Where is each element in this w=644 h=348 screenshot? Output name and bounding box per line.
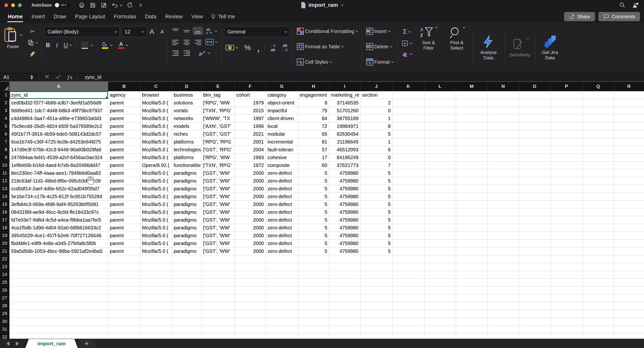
cell-G13[interactable]: zero-defect <box>266 185 298 193</box>
formula-content[interactable]: zync_id <box>85 74 102 80</box>
cell-H6[interactable]: 65 <box>298 130 329 138</box>
cell-styles-button[interactable]: Cell Styles <box>295 57 333 67</box>
cell-A6[interactable]: 45f1b77f-3816-4b59-bde0-508143d2dc57 <box>9 130 108 138</box>
cell-Q23[interactable] <box>582 263 614 271</box>
cell-B31[interactable] <box>108 325 140 333</box>
cell-F10[interactable]: 1972 <box>234 161 266 169</box>
cell-F28[interactable] <box>234 302 266 310</box>
cell-J22[interactable] <box>360 255 392 263</box>
cell-B29[interactable] <box>108 310 140 317</box>
text-orientation-button[interactable]: ab <box>197 48 211 58</box>
cell-B12[interactable]: parent <box>108 177 140 185</box>
cell-K25[interactable] <box>392 278 424 286</box>
cell-N14[interactable] <box>488 193 519 200</box>
row-header-21[interactable]: 21 <box>0 247 9 255</box>
cell-D21[interactable]: paradigms <box>172 247 201 255</box>
cell-R22[interactable] <box>614 255 644 263</box>
cell-E9[interactable]: ['RPG', 'WW <box>201 153 234 161</box>
cell-B22[interactable] <box>108 255 140 263</box>
cell-C28[interactable] <box>140 302 172 310</box>
cell-C20[interactable]: Mozilla/5.0 ( <box>140 239 172 247</box>
cell-H28[interactable] <box>298 302 329 310</box>
cell-G3[interactable]: impactful <box>266 107 298 114</box>
cell-H20[interactable]: 5 <box>298 239 329 247</box>
cell-N12[interactable] <box>488 177 519 185</box>
cell-F24[interactable] <box>234 271 266 278</box>
paste-button[interactable]: Paste <box>2 26 24 50</box>
row-header-10[interactable]: 10 <box>0 161 9 169</box>
cell-N2[interactable] <box>488 99 519 107</box>
cell-C6[interactable]: Mozilla/5.0 ( <box>140 130 172 138</box>
cell-M3[interactable] <box>456 107 488 114</box>
cell-I14[interactable]: 4759980 <box>329 193 360 200</box>
cell-K12[interactable] <box>392 177 424 185</box>
column-header-A[interactable]: A <box>9 82 108 91</box>
cell-F15[interactable]: 2000 <box>234 200 266 208</box>
cell-J27[interactable] <box>360 294 392 302</box>
cell-E16[interactable]: ['GST', 'WW' <box>201 208 234 216</box>
cell-A14[interactable]: 5e1be724-c17b-4c25-812f-5c951b755284 <box>9 193 108 200</box>
tab-view[interactable]: View <box>187 12 207 22</box>
merge-dropdown-chevron[interactable] <box>215 40 218 43</box>
column-header-L[interactable]: L <box>424 82 456 91</box>
cell-J31[interactable] <box>360 325 392 333</box>
cell-I15[interactable]: 4759980 <box>329 200 360 208</box>
minimize-window-button[interactable] <box>11 4 15 7</box>
cell-F6[interactable]: 2021 <box>234 130 266 138</box>
cell-P8[interactable] <box>550 146 582 153</box>
cell-B17[interactable]: parent <box>108 216 140 224</box>
cell-D16[interactable]: paradigms <box>172 208 201 216</box>
cell-D27[interactable] <box>172 294 201 302</box>
cell-E20[interactable]: ['GST', 'WW' <box>201 239 234 247</box>
cell-E4[interactable]: ['WWW', 'TX <box>201 114 234 122</box>
column-header-N[interactable]: N <box>488 82 519 91</box>
cell-R26[interactable] <box>614 286 644 294</box>
cell-G31[interactable] <box>266 325 298 333</box>
cell-R9[interactable] <box>614 153 644 161</box>
cell-K27[interactable] <box>392 294 424 302</box>
wrap-text-dropdown-chevron[interactable] <box>215 29 218 32</box>
cell-D10[interactable]: functionalitie <box>172 161 201 169</box>
underline-button[interactable]: U <box>62 41 73 50</box>
cell-C3[interactable]: Mozilla/5.0 ( <box>140 107 172 114</box>
cell-F5[interactable]: 1996 <box>234 122 266 130</box>
cell-I21[interactable]: 4759980 <box>329 247 360 255</box>
row-header-8[interactable]: 8 <box>0 146 9 153</box>
cell-I17[interactable]: 4759980 <box>329 216 360 224</box>
cell-K3[interactable] <box>392 107 424 114</box>
copy-dropdown-chevron[interactable] <box>35 41 38 44</box>
cell-R11[interactable] <box>614 169 644 177</box>
cell-C29[interactable] <box>140 310 172 317</box>
decrease-font-button[interactable]: A <box>159 28 165 36</box>
cell-M22[interactable] <box>456 255 488 263</box>
cell-A4[interactable]: c4d49864-3aa7-451a-a90e-e739653a0d3 <box>9 114 108 122</box>
cell-A20[interactable]: fbd4bfe1-e8f9-4e8e-a345-27fefa8c5f06 <box>9 239 108 247</box>
format-as-table-button[interactable]: Format as Table <box>295 42 345 52</box>
cell-Q26[interactable] <box>582 286 614 294</box>
cell-P30[interactable] <box>550 317 582 325</box>
cell-A16[interactable]: 08431f89-ae9d-46cc-9c0d-ffe18433c97c <box>9 208 108 216</box>
name-box[interactable]: A1 <box>0 74 36 80</box>
undo-dropdown-chevron[interactable] <box>120 4 122 6</box>
cell-K23[interactable] <box>392 263 424 271</box>
cell-B10[interactable]: parent <box>108 161 140 169</box>
cell-B5[interactable]: parent <box>108 122 140 130</box>
insert-function-button[interactable]: ƒx <box>64 74 75 81</box>
cell-Q31[interactable] <box>582 325 614 333</box>
find-select-chevron[interactable] <box>463 26 465 28</box>
cell-J3[interactable]: 0 <box>360 107 392 114</box>
cell-N5[interactable] <box>488 122 519 130</box>
cell-L4[interactable] <box>424 114 456 122</box>
cell-J12[interactable]: 5 <box>360 177 392 185</box>
cell-A8[interactable]: 147d9e3f-07bb-42c3-9448-90a93b029fa6 <box>9 146 108 153</box>
cell-H22[interactable] <box>298 255 329 263</box>
cell-K1[interactable] <box>392 91 424 99</box>
font-color-dropdown-chevron[interactable] <box>126 44 128 46</box>
cell-Q10[interactable] <box>582 161 614 169</box>
cell-L30[interactable] <box>424 317 456 325</box>
cell-I29[interactable] <box>329 310 360 317</box>
cell-A18[interactable]: 4ca1f5db-1d9d-4d04-92a0-68f6616633c2 <box>9 224 108 232</box>
cell-I18[interactable]: 4759980 <box>329 224 360 232</box>
cell-M18[interactable] <box>456 224 488 232</box>
cell-F9[interactable]: 1993 <box>234 153 266 161</box>
